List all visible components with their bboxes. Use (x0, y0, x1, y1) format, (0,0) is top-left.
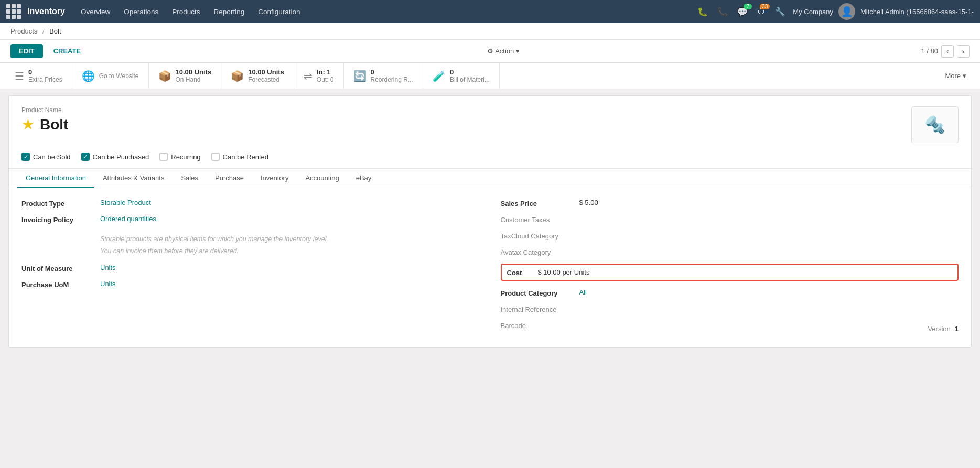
action-bar: EDIT CREATE ⚙ Action ▾ 1 / 80 ‹ › (0, 40, 980, 63)
stat-units-forecasted[interactable]: 📦 10.00 Units Forecasted (221, 63, 294, 89)
tab-general-information[interactable]: General Information (17, 169, 94, 188)
purchase-uom-value[interactable]: Units (100, 280, 116, 288)
stat-reordering[interactable]: 🔄 0 Reordering R... (344, 63, 423, 89)
chat-icon[interactable]: 💬 7 (735, 5, 750, 19)
box-icon-2: 📦 (231, 70, 244, 82)
product-type-label: Product Type (21, 199, 95, 208)
box-icon-1: 📦 (158, 70, 171, 82)
reordering-value: 0 (371, 68, 413, 76)
product-category-value[interactable]: All (579, 288, 587, 296)
customer-taxes-label: Customer Taxes (501, 215, 574, 224)
tab-content-general: Product Type Storable Product Invoicing … (9, 188, 971, 347)
refresh-icon: 🔄 (353, 70, 367, 82)
user-name[interactable]: Mitchell Admin (16566864-saas-15-1- (860, 8, 974, 16)
can-be-purchased-box: ✓ (81, 153, 90, 161)
stat-units-on-hand[interactable]: 📦 10.00 Units On Hand (149, 63, 222, 89)
extra-prices-label: Extra Prices (28, 76, 62, 83)
units-forecasted-value: 10.00 Units (248, 68, 284, 76)
product-name-value: Bolt (40, 116, 68, 133)
tab-ebay[interactable]: eBay (348, 169, 380, 188)
cost-value[interactable]: $ 10.00 per Units (537, 268, 589, 276)
unit-of-measure-value[interactable]: Units (100, 264, 116, 271)
prev-page-button[interactable]: ‹ (941, 45, 954, 58)
version-row: Version 1 (928, 325, 959, 333)
extra-prices-value: 0 (28, 68, 62, 76)
phone-icon[interactable]: 📞 (715, 5, 730, 19)
flask-icon: 🧪 (433, 70, 446, 82)
product-type-value[interactable]: Storable Product (100, 199, 151, 206)
purchase-uom-label: Purchase UoM (21, 280, 95, 289)
nav-reporting[interactable]: Reporting (209, 6, 250, 18)
taxcloud-category-row: TaxCloud Category (501, 231, 959, 240)
customer-taxes-row: Customer Taxes (501, 215, 959, 224)
left-column: Product Type Storable Product Invoicing … (21, 199, 480, 337)
purchase-uom-row: Purchase UoM Units (21, 280, 480, 289)
in-out-label: Out: 0 (317, 76, 334, 83)
can-be-purchased-checkbox[interactable]: ✓ Can be Purchased (81, 153, 149, 161)
app-grid-icon[interactable] (6, 4, 21, 19)
timer-icon[interactable]: ⏱ 33 (755, 5, 768, 18)
units-on-hand-value: 10.00 Units (176, 68, 212, 76)
can-be-sold-checkbox[interactable]: ✓ Can be Sold (21, 153, 71, 161)
more-button[interactable]: More ▾ (936, 63, 975, 89)
breadcrumb-current: Bolt (49, 27, 61, 35)
barcode-label: Barcode (501, 321, 574, 330)
checkboxes-row: ✓ Can be Sold ✓ Can be Purchased Recurri… (9, 149, 971, 168)
can-be-rented-checkbox[interactable]: Can be Rented (211, 153, 268, 161)
tab-inventory[interactable]: Inventory (252, 169, 297, 188)
edit-button[interactable]: EDIT (10, 44, 43, 58)
tab-sales[interactable]: Sales (173, 169, 207, 188)
timer-badge: 33 (760, 4, 770, 9)
can-be-sold-label: Can be Sold (33, 153, 71, 161)
stat-bom[interactable]: 🧪 0 Bill of Materi... (423, 63, 500, 89)
stat-extra-prices[interactable]: ☰ 0 Extra Prices (5, 63, 72, 89)
breadcrumb: Products / Bolt (0, 23, 980, 40)
tab-attributes-variants[interactable]: Attributes & Variants (94, 169, 173, 188)
unit-of-measure-label: Unit of Measure (21, 264, 95, 273)
can-be-rented-box (211, 153, 220, 161)
version-value: 1 (955, 325, 959, 333)
reordering-label: Reordering R... (371, 76, 413, 83)
units-forecasted-label: Forecasted (248, 76, 284, 83)
invoicing-policy-label: Invoicing Policy (21, 215, 95, 224)
top-navigation: Inventory Overview Operations Products R… (0, 0, 980, 23)
wrench-icon[interactable]: 🔧 (773, 5, 788, 19)
more-label: More (945, 72, 961, 80)
bug-icon[interactable]: 🐛 (695, 5, 710, 19)
product-type-row: Product Type Storable Product (21, 199, 480, 208)
unit-of-measure-row: Unit of Measure Units (21, 264, 480, 273)
stat-in-out[interactable]: ⇌ In: 1 Out: 0 (294, 63, 344, 89)
nav-products[interactable]: Products (167, 6, 205, 18)
breadcrumb-separator: / (42, 27, 45, 35)
product-image[interactable]: 🔩 (911, 106, 959, 143)
company-name[interactable]: My Company (793, 8, 833, 16)
version-label: Version (928, 325, 950, 333)
app-name[interactable]: Inventory (27, 7, 65, 16)
page-navigation: 1 / 80 ‹ › (921, 45, 970, 58)
recurring-checkbox[interactable]: Recurring (159, 153, 200, 161)
breadcrumb-parent[interactable]: Products (10, 27, 37, 35)
cost-label: Cost (507, 268, 522, 277)
product-category-label: Product Category (501, 288, 574, 297)
arrows-icon: ⇌ (304, 70, 313, 82)
invoicing-policy-value[interactable]: Ordered quantities (100, 215, 156, 223)
stat-go-to-website[interactable]: 🌐 Go to Website (72, 63, 149, 89)
sales-price-row: Sales Price $ 5.00 (501, 199, 959, 208)
avatax-category-label: Avatax Category (501, 247, 574, 256)
action-dropdown[interactable]: ⚙ Action ▾ (487, 47, 520, 55)
recurring-label: Recurring (171, 153, 200, 161)
internal-reference-row: Internal Reference (501, 304, 959, 313)
tab-accounting[interactable]: Accounting (297, 169, 347, 188)
create-button[interactable]: CREATE (48, 44, 86, 58)
tabs-row: General Information Attributes & Variant… (9, 168, 971, 188)
nav-overview[interactable]: Overview (76, 6, 115, 18)
action-label: ⚙ Action (487, 47, 514, 55)
page-info: 1 / 80 (921, 47, 938, 55)
product-name-label: Product Name (21, 106, 68, 114)
next-page-button[interactable]: › (957, 45, 970, 58)
tab-purchase[interactable]: Purchase (207, 169, 252, 188)
nav-configuration[interactable]: Configuration (253, 6, 305, 18)
favorite-star-icon[interactable]: ★ (21, 116, 35, 133)
nav-operations[interactable]: Operations (119, 6, 164, 18)
user-avatar[interactable]: 👤 (838, 3, 855, 20)
